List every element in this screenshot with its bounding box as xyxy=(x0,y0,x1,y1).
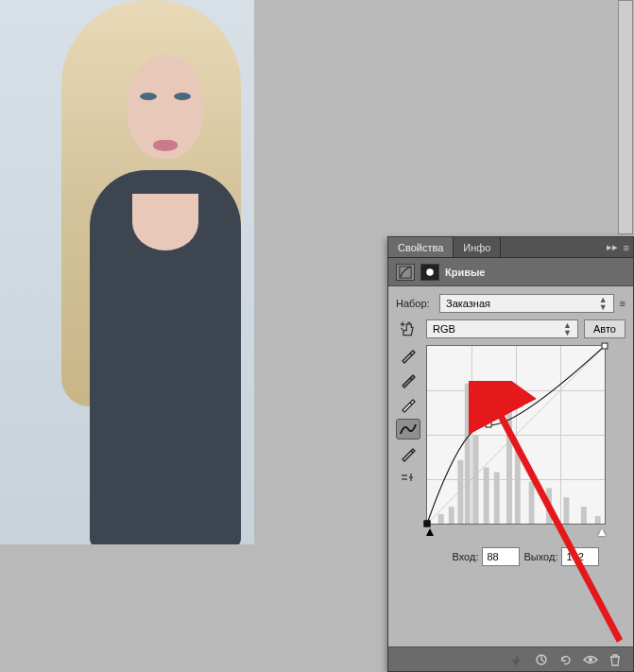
panel-tab-bar: Свойства Инфо ▸▸ ≡ xyxy=(388,237,633,258)
curve-tool-column xyxy=(396,345,420,566)
properties-panel: Свойства Инфо ▸▸ ≡ Кривые Набор: Заказна… xyxy=(387,236,634,672)
eyedropper-black-icon[interactable] xyxy=(396,345,420,366)
preset-row: Набор: Заказная ▲▼ ≡ xyxy=(396,294,625,313)
output-value: 142 xyxy=(566,551,583,562)
curve-edit-tool-icon[interactable] xyxy=(396,419,420,439)
eyedropper-white-icon[interactable] xyxy=(396,394,420,415)
channel-row: RGB ▲▼ Авто xyxy=(396,319,625,339)
preset-label: Набор: xyxy=(396,298,434,309)
target-adjust-icon[interactable] xyxy=(396,319,420,339)
tab-label: Инфо xyxy=(463,242,490,253)
svg-point-19 xyxy=(589,657,592,661)
preset-menu-icon[interactable]: ≡ xyxy=(620,298,625,309)
tab-info[interactable]: Инфо xyxy=(454,237,501,257)
auto-label: Авто xyxy=(593,323,616,335)
svg-point-1 xyxy=(426,268,434,276)
black-point-slider[interactable] xyxy=(426,528,434,536)
input-field[interactable]: 88 xyxy=(482,547,520,566)
input-value: 88 xyxy=(487,551,498,562)
input-slider-track[interactable] xyxy=(426,528,606,538)
chevron-updown-icon: ▲▼ xyxy=(599,296,608,311)
channel-value: RGB xyxy=(433,323,455,335)
panel-header: Кривые xyxy=(388,258,633,286)
smooth-tool-icon[interactable] xyxy=(396,468,420,489)
adjustment-title: Кривые xyxy=(445,267,485,278)
eyedropper-gray-icon[interactable] xyxy=(396,370,420,390)
reset-icon[interactable] xyxy=(557,651,574,668)
delete-icon[interactable] xyxy=(607,651,624,668)
scrollbar-thumb[interactable] xyxy=(619,1,632,233)
curve-point-highlight[interactable] xyxy=(602,343,608,350)
channel-dropdown[interactable]: RGB ▲▼ xyxy=(426,319,578,338)
panel-menu-icon[interactable]: ≡ xyxy=(624,242,629,253)
vertical-scrollbar[interactable] xyxy=(618,0,633,234)
visibility-toggle-icon[interactable] xyxy=(582,651,599,668)
auto-button[interactable]: Авто xyxy=(584,319,625,338)
preset-dropdown[interactable]: Заказная ▲▼ xyxy=(439,294,614,313)
curve-area: Вход: 88 Выход: 142 xyxy=(426,345,625,566)
document-image xyxy=(0,0,254,544)
panel-footer xyxy=(388,646,633,671)
curve-point-shadow[interactable] xyxy=(424,521,431,527)
io-row: Вход: 88 Выход: 142 xyxy=(426,547,625,566)
curve-line xyxy=(427,346,605,524)
curve-graph[interactable] xyxy=(426,345,606,525)
output-label: Выход: xyxy=(523,551,557,562)
output-field[interactable]: 142 xyxy=(561,547,599,566)
previous-state-icon[interactable] xyxy=(533,651,550,668)
panel-body: Набор: Заказная ▲▼ ≡ RGB ▲▼ Авто xyxy=(388,286,633,647)
tab-properties[interactable]: Свойства xyxy=(388,237,454,257)
preset-value: Заказная xyxy=(446,298,490,309)
input-label: Вход: xyxy=(453,551,479,562)
mask-icon xyxy=(420,264,439,281)
white-point-slider[interactable] xyxy=(598,528,606,536)
canvas-area[interactable] xyxy=(0,0,254,544)
collapse-icon[interactable]: ▸▸ xyxy=(607,241,618,253)
curve-point-mid[interactable] xyxy=(485,422,491,428)
curves-adjustment-icon xyxy=(396,264,415,281)
chevron-updown-icon: ▲▼ xyxy=(563,321,572,336)
tab-label: Свойства xyxy=(398,242,443,253)
clip-to-layer-icon[interactable] xyxy=(508,651,525,668)
pencil-tool-icon[interactable] xyxy=(396,443,420,464)
svg-line-16 xyxy=(427,346,605,524)
